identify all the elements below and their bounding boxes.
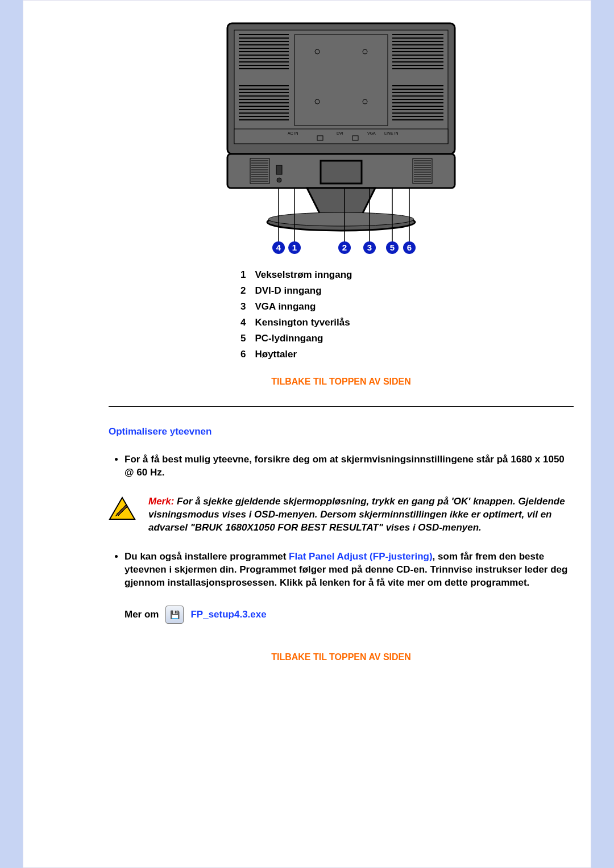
svg-point-82 (277, 178, 281, 182)
bullet-list: Du kan også installere programmet Flat P… (109, 550, 574, 590)
svg-point-47 (315, 49, 320, 54)
bullet-list: For å få best mulig yteevne, forsikre de… (109, 453, 574, 479)
port-legend-table: 1Vekselstrøm inngang 2DVI-D inngang 3VGA… (239, 266, 361, 363)
svg-text:2: 2 (342, 243, 347, 252)
list-item: Du kan også installere programmet Flat P… (125, 550, 574, 590)
table-row: 4Kensington tyverilås (240, 315, 360, 330)
note-label: Merk: (148, 496, 174, 507)
svg-rect-81 (276, 165, 282, 174)
installer-icon[interactable]: 💾 (165, 606, 184, 624)
svg-text:5: 5 (390, 243, 395, 252)
svg-point-48 (363, 49, 367, 54)
back-to-top-link[interactable]: TILBAKE TIL TOPPEN AV SIDEN (109, 377, 574, 387)
more-about-label: Mer om (125, 609, 159, 620)
svg-text:AC IN: AC IN (288, 131, 298, 135)
table-row: 1Vekselstrøm inngang (240, 268, 360, 282)
svg-text:6: 6 (407, 243, 412, 252)
svg-text:3: 3 (367, 243, 372, 252)
svg-text:VGA: VGA (367, 131, 376, 135)
svg-rect-46 (294, 35, 388, 126)
download-row: Mer om 💾 FP_setup4.3.exe (125, 606, 574, 624)
section-title: Optimalisere yteevnen (109, 426, 574, 437)
divider (109, 406, 574, 407)
file-link[interactable]: FP_setup4.3.exe (190, 609, 266, 620)
svg-point-49 (315, 99, 320, 104)
svg-text:1: 1 (292, 243, 297, 252)
list-item: For å få best mulig yteevne, forsikre de… (125, 453, 574, 479)
svg-text:DVI: DVI (337, 131, 343, 135)
svg-text:4: 4 (276, 243, 281, 252)
back-to-top-link[interactable]: TILBAKE TIL TOPPEN AV SIDEN (109, 652, 574, 662)
svg-rect-83 (321, 161, 362, 183)
note-body: For å sjekke gjeldende skjermoppløsning,… (148, 496, 565, 533)
svg-text:LINE IN: LINE IN (384, 131, 399, 135)
note-block: Merk: For å sjekke gjeldende skjermopplø… (109, 495, 574, 535)
fp-adjust-link[interactable]: Flat Panel Adjust (FP-justering) (289, 551, 433, 562)
table-row: 5PC-lydinngang (240, 331, 360, 346)
document-page: AC IN DVI VGA LINE IN (23, 0, 591, 868)
table-row: 6Høyttaler (240, 347, 360, 362)
monitor-rear-diagram: AC IN DVI VGA LINE IN (109, 18, 574, 256)
svg-point-50 (363, 99, 367, 104)
warning-icon (109, 495, 136, 523)
table-row: 3VGA inngang (240, 299, 360, 314)
table-row: 2DVI-D inngang (240, 283, 360, 298)
